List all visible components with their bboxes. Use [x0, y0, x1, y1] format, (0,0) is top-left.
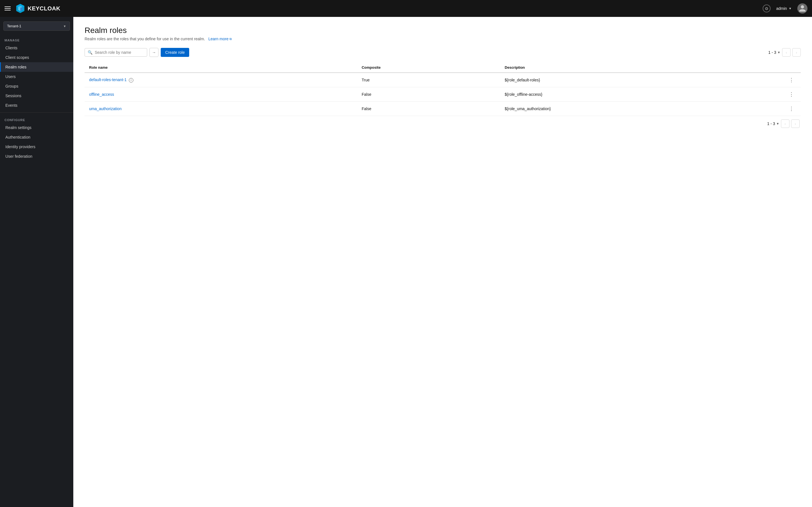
role-name-link[interactable]: default-roles-tenant-1 — [89, 77, 126, 82]
table-head: Role name Composite Description — [85, 62, 801, 73]
sidebar-item-events-label: Events — [5, 103, 17, 108]
arrow-right-icon: → — [152, 50, 156, 55]
learn-more-link[interactable]: Learn more ⧉ — [208, 37, 232, 41]
search-go-button[interactable]: → — [149, 48, 158, 57]
col-composite: Composite — [357, 62, 500, 73]
col-description: Description — [500, 62, 782, 73]
bottom-pagination-label: 1 - 3 — [767, 121, 775, 126]
pagination-count[interactable]: 1 - 3 ▼ — [768, 50, 780, 55]
sidebar-item-client-scopes[interactable]: Client scopes — [0, 53, 73, 62]
table-row: default-roles-tenant-1 i True ${role_def… — [85, 73, 801, 87]
bottom-pagination-prev-button[interactable]: ‹ — [781, 119, 790, 128]
avatar[interactable] — [797, 3, 808, 13]
pagination-chevron-icon: ▼ — [777, 51, 780, 54]
description-cell: ${role_offline-access} — [500, 87, 782, 102]
row-actions-button[interactable]: ⋮ — [786, 76, 796, 83]
admin-chevron-icon: ▼ — [789, 7, 792, 10]
sidebar-item-groups[interactable]: Groups — [0, 81, 73, 91]
search-input[interactable] — [95, 50, 144, 55]
create-role-button[interactable]: Create role — [161, 48, 189, 57]
configure-section-label: Configure — [0, 115, 73, 123]
description-cell: ${role_uma_authorization} — [500, 102, 782, 116]
sidebar-item-clients-label: Clients — [5, 46, 17, 50]
avatar-icon — [799, 4, 806, 12]
sidebar-item-identity-providers[interactable]: Identity providers — [0, 142, 73, 152]
admin-menu[interactable]: admin ▼ — [776, 6, 792, 11]
tenant-label: Tenant-1 — [7, 24, 21, 28]
help-icon-label: ⊙ — [765, 6, 768, 11]
bottom-chevron-right-icon: › — [795, 122, 796, 126]
external-link-icon: ⧉ — [230, 37, 232, 41]
help-icon[interactable]: ⊙ — [763, 4, 770, 12]
bottom-pagination-next-button[interactable]: › — [791, 119, 800, 128]
sidebar-item-user-federation-label: User federation — [5, 154, 33, 159]
table-row: offline_access False ${role_offline-acce… — [85, 87, 801, 102]
top-pagination: 1 - 3 ▼ ‹ › — [768, 48, 801, 57]
pagination-next-button[interactable]: › — [792, 48, 801, 57]
tenant-selector[interactable]: Tenant-1 ▼ — [3, 21, 70, 31]
sidebar-item-realm-roles[interactable]: Realm roles — [0, 62, 73, 72]
create-role-label: Create role — [165, 50, 185, 55]
chevron-right-icon: › — [796, 50, 797, 55]
sidebar-item-users[interactable]: Users — [0, 72, 73, 81]
role-name-cell: default-roles-tenant-1 i — [85, 73, 357, 87]
toolbar: 🔍 → Create role 1 - 3 ▼ ‹ › — [85, 48, 801, 57]
tenant-chevron-icon: ▼ — [63, 24, 66, 28]
sidebar-item-user-federation[interactable]: User federation — [0, 152, 73, 161]
table-row: uma_authorization False ${role_uma_autho… — [85, 102, 801, 116]
role-name-cell: offline_access — [85, 87, 357, 102]
topbar-right: ⊙ admin ▼ — [763, 3, 808, 13]
sidebar-item-realm-settings-label: Realm settings — [5, 125, 32, 130]
admin-label: admin — [776, 6, 787, 11]
bottom-chevron-left-icon: ‹ — [784, 122, 786, 126]
roles-table: Role name Composite Description default-… — [85, 62, 801, 116]
logo-text: KEYCLOAK — [28, 5, 60, 12]
actions-cell: ⋮ — [782, 102, 801, 116]
sidebar-item-identity-providers-label: Identity providers — [5, 145, 36, 149]
bottom-toolbar: 1 - 3 ▼ ‹ › — [85, 119, 801, 128]
col-actions — [782, 62, 801, 73]
hamburger-icon[interactable] — [4, 6, 11, 10]
sidebar-item-authentication[interactable]: Authentication — [0, 132, 73, 142]
sidebar-item-groups-label: Groups — [5, 84, 18, 89]
sidebar-divider — [0, 112, 73, 113]
sidebar-item-events[interactable]: Events — [0, 101, 73, 110]
row-actions-button[interactable]: ⋮ — [786, 105, 796, 112]
info-icon[interactable]: i — [129, 78, 133, 82]
pagination-prev-button[interactable]: ‹ — [782, 48, 791, 57]
layout: Tenant-1 ▼ Manage Clients Client scopes … — [0, 17, 812, 507]
table-header-row: Role name Composite Description — [85, 62, 801, 73]
pagination-count-label: 1 - 3 — [768, 50, 776, 55]
sidebar-item-client-scopes-label: Client scopes — [5, 55, 29, 60]
sidebar-item-sessions[interactable]: Sessions — [0, 91, 73, 101]
composite-cell: False — [357, 87, 500, 102]
bottom-pagination-count[interactable]: 1 - 3 ▼ — [767, 121, 779, 126]
bottom-pagination-chevron-icon: ▼ — [776, 122, 779, 125]
page-title: Realm roles — [85, 26, 801, 35]
topbar: KEYCLOAK ⊙ admin ▼ — [0, 0, 812, 17]
sidebar-item-realm-roles-label: Realm roles — [5, 65, 27, 69]
logo-area: KEYCLOAK — [15, 3, 60, 13]
composite-cell: True — [357, 73, 500, 87]
manage-section-label: Manage — [0, 35, 73, 43]
row-actions-button[interactable]: ⋮ — [786, 91, 796, 98]
sidebar-item-clients[interactable]: Clients — [0, 43, 73, 53]
role-name-link[interactable]: offline_access — [89, 92, 114, 97]
description-cell: ${role_default-roles} — [500, 73, 782, 87]
chevron-left-icon: ‹ — [786, 50, 787, 55]
actions-cell: ⋮ — [782, 87, 801, 102]
sidebar-item-authentication-label: Authentication — [5, 135, 31, 139]
sidebar-item-sessions-label: Sessions — [5, 94, 21, 98]
sidebar-item-realm-settings[interactable]: Realm settings — [0, 123, 73, 132]
role-name-link[interactable]: uma_authorization — [89, 107, 121, 111]
search-icon: 🔍 — [88, 50, 93, 55]
sidebar-item-users-label: Users — [5, 74, 16, 79]
table-body: default-roles-tenant-1 i True ${role_def… — [85, 73, 801, 116]
col-role-name: Role name — [85, 62, 357, 73]
role-name-cell: uma_authorization — [85, 102, 357, 116]
learn-more-label: Learn more — [208, 37, 229, 41]
page-description: Realm roles are the roles that you defin… — [85, 37, 801, 41]
search-box: 🔍 — [85, 48, 147, 57]
actions-cell: ⋮ — [782, 73, 801, 87]
sidebar: Tenant-1 ▼ Manage Clients Client scopes … — [0, 17, 73, 507]
